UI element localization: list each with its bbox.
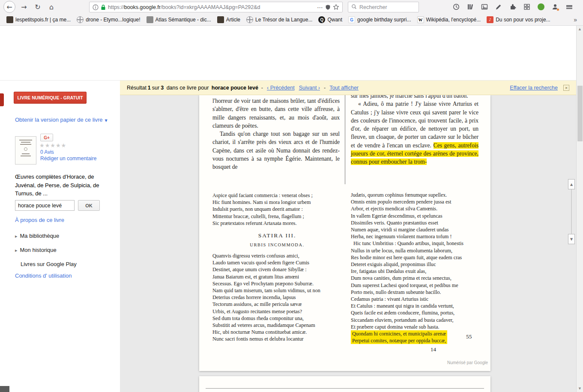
- scroll-down-button[interactable]: ▼: [568, 234, 575, 244]
- sidebar-write-review-link[interactable]: Rédiger un commentaire: [40, 156, 96, 162]
- url-bar[interactable]: https://books.google.fr/books?id=xkrgAAA…: [89, 2, 343, 12]
- bookmark-label: Atlas Sémantique - dic...: [155, 17, 211, 23]
- bookmark-favicon: [146, 16, 153, 23]
- get-print-version-link[interactable]: Obtenir la version papier de ce livre▼: [15, 117, 108, 123]
- window-scrollbar[interactable]: ▲ ▼: [576, 26, 583, 392]
- verse-line: Sic prætextatos referunt Artaxata mores.: [212, 220, 342, 227]
- about-book-link[interactable]: À propos de ce livre: [15, 217, 64, 223]
- prev-result-link[interactable]: ‹ Précédent: [267, 85, 295, 91]
- bookmark-item[interactable]: ♪ Du son pour vos proje...: [484, 15, 553, 24]
- bookmark-item[interactable]: lespetitspois.fr | ça me...: [3, 15, 74, 24]
- sidebar-item-my-history[interactable]: ▸Mon historique: [15, 247, 57, 253]
- home-button[interactable]: ⌂: [45, 1, 57, 12]
- library-icon[interactable]: [464, 1, 476, 12]
- browser-search-field[interactable]: [348, 2, 419, 12]
- next-result-link[interactable]: Suivant ›: [299, 85, 320, 91]
- browser-search-input[interactable]: [359, 4, 416, 10]
- reload-button[interactable]: ↻: [32, 1, 44, 12]
- url-text: https://books.google.fr/books?id=xkrgAAA…: [108, 4, 315, 10]
- bookmark-item[interactable]: Q Qwant: [315, 15, 345, 24]
- view-all-results-link[interactable]: Tout afficher: [329, 85, 359, 91]
- site-info-icon[interactable]: [93, 4, 99, 10]
- satire-subheading: URBIS INCOMMODA.: [212, 242, 342, 247]
- bookmark-item[interactable]: W Wikipédia, l'encyclopé...: [414, 15, 484, 24]
- profile-icon[interactable]: [549, 1, 561, 12]
- book-viewer[interactable]: l'horreur de voir tant de maisons brûler…: [120, 95, 576, 392]
- verse-line: Et Catulus : maneant qui nigra in candid…: [351, 302, 486, 309]
- french-text: « Adieu, ô ma patrie ! J'y laisse vivre …: [351, 101, 478, 148]
- forward-button[interactable]: →: [18, 1, 30, 12]
- scroll-up-button[interactable]: ▲: [568, 179, 575, 189]
- separator: -: [324, 85, 326, 91]
- verse-line: Et præbere caput domina venale sub hasta…: [351, 323, 486, 330]
- results-text: Résultat1sur3 dans ce livre pour horace …: [127, 85, 260, 91]
- back-button[interactable]: ←: [3, 1, 15, 13]
- bookmark-favicon: Q: [318, 16, 325, 23]
- verse-line: Nunc sacri fontis nemus et delubra locan…: [212, 335, 342, 342]
- french-text: sur mes jambes, je marche sans l'appui d…: [351, 95, 468, 99]
- column-divider: [345, 95, 345, 184]
- bookmark-label: drone - Etymo...logique!: [86, 17, 140, 23]
- sidebar: LIVRE NUMÉRIQUE - GRATUIT Obtenir la ver…: [0, 81, 120, 392]
- search-results-bar: Résultat1sur3 dans ce livre pour horace …: [120, 81, 576, 95]
- clear-search-link[interactable]: Effacer la recherche: [510, 85, 558, 91]
- pocket-shield-icon[interactable]: [325, 4, 331, 10]
- grid-icon[interactable]: [520, 1, 533, 12]
- next-page-rule: [206, 388, 484, 389]
- bookmark-item[interactable]: G google birthday surpri...: [345, 15, 414, 24]
- bookmark-favicon: [6, 16, 13, 23]
- french-left-column: l'horreur de voir tant de maisons brûler…: [212, 97, 340, 171]
- verse-line: Secessus. Ego vel Prochytam præpono Subu…: [212, 280, 342, 287]
- separator: -: [261, 85, 263, 91]
- results-bar-right: Effacer la recherche ×: [508, 85, 569, 91]
- verse-line: Nullus in urbe locus, nulla emolumenta l…: [351, 247, 486, 254]
- bookmark-item[interactable]: Atlas Sémantique - dic...: [144, 15, 214, 24]
- reviews-count-link[interactable]: 0 Avis: [40, 149, 54, 155]
- free-ebook-button[interactable]: LIVRE NUMÉRIQUE - GRATUIT: [14, 92, 87, 104]
- verse-line: Omnis enim populo mercedem pendere jussa…: [351, 198, 486, 205]
- bookmark-star-icon[interactable]: [333, 4, 339, 10]
- verse-line: Mittentur braccæ, cultelli, frena, flage…: [212, 213, 342, 220]
- close-results-icon[interactable]: ×: [563, 85, 569, 91]
- scrollbar-thumb[interactable]: [577, 86, 583, 141]
- status-corner: [0, 386, 9, 392]
- viewer-scroll-track[interactable]: [571, 189, 572, 234]
- sidebar-item-my-library[interactable]: ▸Ma bibliothèque: [15, 233, 59, 239]
- verse-line: Res hodie minor est here quam fuit, atqu…: [351, 254, 486, 261]
- sidebar-item-play-books[interactable]: Livres sur Google Play: [21, 261, 77, 267]
- toolbar-icons: [450, 1, 575, 12]
- extension-puzzle-icon[interactable]: [506, 1, 519, 12]
- bookmark-item[interactable]: Article: [214, 15, 243, 24]
- bookmark-item[interactable]: Le Trésor de la Langue...: [243, 15, 315, 24]
- verse-line: Tectorum assiduos, ac mille pericula sæv…: [212, 301, 342, 308]
- french-text: l'horreur de voir tant de maisons brûler…: [212, 98, 340, 129]
- page-actions-icon[interactable]: ⋯: [317, 4, 323, 11]
- verse-line: Numen aquæ, viridi si margine clauderet …: [351, 226, 486, 233]
- gplus-button[interactable]: G+: [40, 134, 53, 141]
- bookmark-item[interactable]: drone - Etymo...logique!: [74, 15, 143, 24]
- latin-left-verse-bottom: Quamvis digressu veteris confusus amici,…: [212, 252, 342, 343]
- verse-line: Judæis, quorum cophinus fœnumque supelle…: [351, 192, 486, 198]
- scrollbar-up-arrow[interactable]: ▲: [577, 26, 583, 33]
- bookmark-favicon: W: [417, 16, 424, 23]
- history-clock-icon[interactable]: [450, 1, 462, 12]
- images-icon[interactable]: [478, 1, 490, 12]
- verse-line: Ire, fatigatas ubi Dædalus exuit alas,: [351, 268, 486, 275]
- books-toolbar: Livres: [0, 54, 583, 81]
- verse-line: Urbis, et Augusto recitantes mense poeta…: [212, 308, 342, 315]
- scrollbar-down-arrow[interactable]: ▼: [577, 385, 583, 392]
- in-book-search-ok-button[interactable]: OK: [78, 200, 100, 211]
- results-query: horace pouce levé: [212, 85, 258, 91]
- verse-line: Dum nova canities, dum prima et recta se…: [351, 275, 486, 281]
- menu-icon[interactable]: [563, 1, 575, 12]
- browser-window: ← → ↻ ⌂ https://books.google.fr/books?id…: [0, 0, 583, 392]
- green-extension-icon[interactable]: [535, 1, 547, 12]
- https-lock-icon[interactable]: [101, 4, 106, 10]
- in-book-search-input[interactable]: [15, 200, 75, 211]
- scan-signature-number: 14: [431, 346, 436, 353]
- terms-link[interactable]: Conditions d' utilisation: [15, 272, 72, 279]
- pencil-icon[interactable]: [492, 1, 505, 12]
- rating-stars: ★★★★★: [39, 142, 66, 149]
- bookmarks-overflow-chevron[interactable]: »: [574, 16, 577, 23]
- verse-line: Dissimiles veris. Quanto præstantius ess…: [351, 219, 486, 226]
